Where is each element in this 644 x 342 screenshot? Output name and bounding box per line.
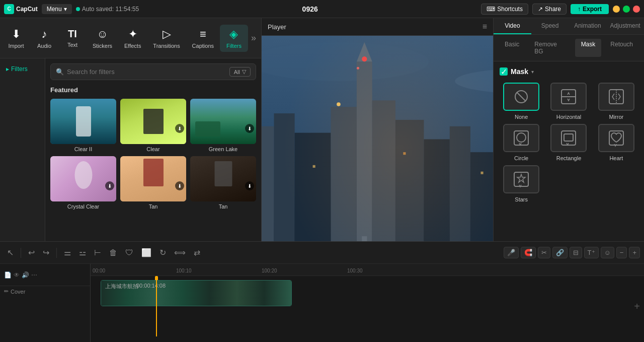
subtab-retouch[interactable]: Retouch — [604, 39, 639, 57]
svg-rect-19 — [424, 139, 449, 255]
svg-point-33 — [357, 67, 359, 70]
mask-header: ✓ Mask ▾ — [500, 67, 638, 76]
tab-speed[interactable]: Speed — [531, 18, 569, 34]
crystalclear-download-icon[interactable]: ⬇ — [105, 181, 114, 190]
search-input[interactable] — [67, 68, 226, 76]
captions-icon: ≡ — [200, 28, 206, 41]
trim-button[interactable]: ⊢ — [91, 246, 104, 259]
svg-rect-17 — [372, 100, 395, 255]
timeline-clip[interactable]: 上海城市航拍 00:00:14:08 — [101, 280, 292, 306]
toolbar-captions[interactable]: ≡ Captions — [186, 25, 220, 52]
undo-button[interactable]: ↩ — [25, 246, 38, 259]
crop-button[interactable]: ⬜ — [138, 246, 154, 259]
align-button[interactable]: ⊟ — [570, 247, 582, 258]
mask-none-label: None — [515, 114, 528, 120]
minus-button[interactable]: − — [616, 247, 627, 258]
svg-rect-12 — [295, 133, 331, 256]
mask-none[interactable]: None — [500, 83, 543, 120]
mask-circle[interactable]: Circle — [500, 124, 543, 161]
close-button[interactable] — [633, 6, 640, 13]
replace-button[interactable]: ⇄ — [191, 246, 203, 259]
delete-button[interactable]: 🗑 — [106, 246, 120, 259]
autosave-dot — [76, 7, 80, 11]
maximize-button[interactable] — [623, 6, 630, 13]
link-button[interactable]: 🔗 — [552, 247, 568, 258]
shield-button[interactable]: 🛡 — [122, 246, 136, 259]
track-label: 📄 👁 🔊 ⋯ — [0, 264, 90, 286]
tan2-download-icon[interactable]: ⬇ — [245, 181, 254, 190]
top-bar: C CapCut Menu ▾ Auto saved: 11:54:55 092… — [0, 0, 644, 18]
mask-stars[interactable]: Stars — [500, 165, 543, 202]
menu-button[interactable]: Menu ▾ — [42, 4, 72, 14]
toolbar-more-button[interactable]: » — [248, 30, 259, 46]
ruler-mark-10: 100:10 — [176, 268, 192, 273]
track-visibility-icon[interactable]: 👁 — [14, 271, 20, 279]
cover-label[interactable]: ✏ Cover — [0, 286, 90, 297]
emoji-button[interactable]: ☺ — [601, 247, 614, 258]
export-button[interactable]: ↑ Export — [571, 4, 609, 14]
filter-item-clearII[interactable]: Clear II — [50, 99, 116, 152]
rotate-button[interactable]: ↻ — [156, 246, 169, 259]
toolbar-audio[interactable]: ♪ Audio — [30, 25, 58, 52]
svg-point-2 — [262, 42, 429, 81]
add-track-button[interactable]: + — [634, 301, 640, 312]
tab-animation[interactable]: Animation — [569, 18, 607, 34]
addtext-button[interactable]: T⁺ — [584, 247, 599, 258]
filter-item-tan2[interactable]: ⬇ Tan — [190, 156, 256, 210]
share-button[interactable]: ↗ Share — [532, 4, 567, 15]
split2-button[interactable]: ⚍ — [76, 246, 89, 259]
subtab-mask[interactable]: Mask — [575, 39, 602, 57]
track-audio-icon[interactable]: 🔊 — [22, 271, 29, 279]
svg-rect-49 — [609, 131, 623, 145]
toolbar-stickers[interactable]: ☺ Stickers — [87, 25, 118, 52]
subtab-basic[interactable]: Basic — [499, 39, 525, 57]
toolbar-effects[interactable]: ✦ Effects — [118, 25, 147, 52]
filter-item-clear[interactable]: ⬇ Clear — [120, 99, 186, 152]
timeline-left: 📄 👁 🔊 ⋯ ✏ Cover — [0, 264, 91, 342]
svg-marker-15 — [357, 42, 372, 62]
split-button[interactable]: ⚌ — [61, 246, 74, 259]
svg-rect-48 — [564, 134, 573, 141]
minimize-button[interactable] — [613, 6, 620, 13]
mask-heart[interactable]: Heart — [595, 124, 638, 161]
tan1-download-icon[interactable]: ⬇ — [175, 181, 184, 190]
filter-item-crystalclear[interactable]: ⬇ Crystal Clear — [50, 156, 116, 210]
toolbar-import[interactable]: ⬇ Import — [2, 25, 30, 52]
mask-horizontal[interactable]: Horizontal — [547, 83, 590, 120]
toolbar-filters[interactable]: ◈ Filters — [220, 25, 248, 52]
redo-button[interactable]: ↪ — [40, 246, 52, 259]
sidebar-item-filters[interactable]: ▶ Filters — [2, 62, 43, 76]
select-tool-button[interactable]: ↖ — [4, 246, 17, 259]
mask-mirror-label: Mirror — [609, 114, 623, 120]
track-more-icon[interactable]: ⋯ — [31, 271, 37, 279]
add-button[interactable]: + — [629, 247, 640, 258]
filter-all-button[interactable]: All ▽ — [229, 67, 251, 77]
magnet-button[interactable]: 🧲 — [521, 247, 536, 258]
mask-enable-checkbox[interactable]: ✓ — [500, 67, 508, 76]
ruler-mark-20: 100:20 — [262, 268, 277, 273]
filters-icon: ◈ — [229, 28, 238, 41]
player-title: Player — [268, 23, 286, 31]
toolbar-transitions[interactable]: ▷ Transitions — [147, 25, 186, 52]
tab-adjustment[interactable]: Adjustment — [606, 18, 644, 34]
filter-item-tan1[interactable]: ⬇ Tan — [120, 156, 186, 210]
mask-mirror[interactable]: Mirror — [595, 83, 638, 120]
mask-rectangle[interactable]: Rectangle — [547, 124, 590, 161]
cover-text: Cover — [11, 289, 25, 295]
sidebar-arrow-icon: ▶ — [6, 67, 9, 72]
svg-rect-37 — [480, 172, 483, 174]
flip-button[interactable]: ⟺ — [171, 246, 189, 259]
filter-item-greenlake[interactable]: ⬇ Green Lake — [190, 99, 256, 152]
mask-horizontal-box — [550, 83, 587, 111]
track-lock-icon[interactable]: 📄 — [4, 271, 12, 279]
toolbar-text[interactable]: TI Text — [58, 25, 87, 51]
mask-collapse-arrow[interactable]: ▾ — [531, 69, 534, 75]
player-menu-button[interactable]: ≡ — [482, 22, 487, 31]
clear-download-icon[interactable]: ⬇ — [175, 124, 184, 133]
subtab-removebg[interactable]: Remove BG — [528, 39, 572, 57]
greenlake-download-icon[interactable]: ⬇ — [245, 124, 254, 133]
shortcuts-button[interactable]: ⌨ Shortcuts — [481, 4, 528, 15]
mic-button[interactable]: 🎤 — [504, 247, 519, 258]
scissors-button[interactable]: ✂ — [538, 247, 550, 258]
tab-video[interactable]: Video — [494, 18, 531, 34]
